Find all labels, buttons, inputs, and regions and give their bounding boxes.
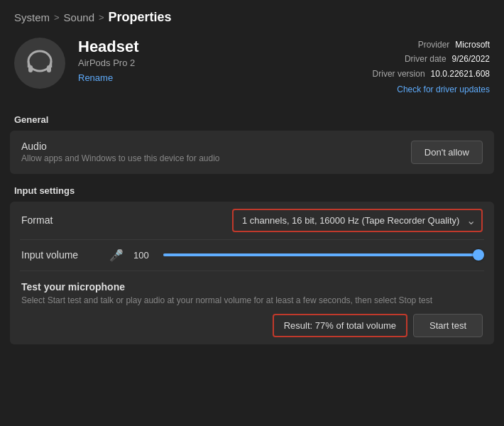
- test-title: Test your microphone: [21, 281, 483, 293]
- volume-slider-fill: [163, 253, 483, 256]
- test-section: Test your microphone Select Start test a…: [10, 271, 494, 344]
- provider-label: Provider: [418, 38, 450, 52]
- device-icon: [14, 38, 65, 89]
- general-title: General: [0, 109, 504, 129]
- result-badge: Result: 77% of total volume: [273, 314, 407, 337]
- volume-number: 100: [133, 250, 153, 261]
- breadcrumb-properties: Properties: [109, 10, 172, 25]
- device-name: Headset: [78, 38, 360, 56]
- device-model: AirPods Pro 2: [78, 58, 360, 68]
- audio-card: Audio Allow apps and Windows to use this…: [10, 131, 494, 174]
- breadcrumb-sep-1: >: [54, 12, 60, 23]
- audio-info: Audio Allow apps and Windows to use this…: [21, 141, 220, 163]
- format-row: Format 1 channels, 16 bit, 16000 Hz (Tap…: [10, 202, 494, 239]
- dont-allow-button[interactable]: Don't allow: [411, 141, 483, 164]
- start-test-button[interactable]: Start test: [413, 314, 483, 337]
- rename-link[interactable]: Rename: [78, 72, 360, 83]
- provider-value: Microsoft: [455, 38, 490, 52]
- volume-label: Input volume: [21, 249, 99, 261]
- device-info: Headset AirPods Pro 2 Rename: [78, 38, 360, 83]
- driver-version-value: 10.0.22621.608: [431, 67, 490, 81]
- input-settings-card: Format 1 channels, 16 bit, 16000 Hz (Tap…: [10, 202, 494, 344]
- volume-row: Input volume 🎤 100: [10, 240, 494, 271]
- breadcrumb-system[interactable]: System: [14, 11, 50, 23]
- volume-slider-thumb: [473, 249, 484, 261]
- mic-icon: 🎤: [109, 248, 124, 262]
- breadcrumb-sep-2: >: [99, 12, 104, 23]
- format-select[interactable]: 1 channels, 16 bit, 16000 Hz (Tape Recor…: [232, 209, 483, 232]
- driver-version-label: Driver version: [373, 67, 425, 81]
- format-select-wrapper[interactable]: 1 channels, 16 bit, 16000 Hz (Tape Recor…: [232, 209, 483, 232]
- format-label: Format: [21, 214, 53, 226]
- audio-desc: Allow apps and Windows to use this devic…: [21, 153, 220, 163]
- audio-label: Audio: [21, 141, 220, 152]
- test-desc: Select Start test and talk or play audio…: [21, 295, 483, 305]
- driver-date-label: Driver date: [405, 52, 447, 66]
- driver-date-value: 9/26/2022: [452, 52, 490, 66]
- driver-info: Provider Microsoft Driver date 9/26/2022…: [373, 38, 490, 97]
- device-header: Headset AirPods Pro 2 Rename Provider Mi…: [0, 32, 504, 109]
- breadcrumb-sound[interactable]: Sound: [64, 11, 94, 23]
- audio-row: Audio Allow apps and Windows to use this…: [10, 131, 494, 174]
- test-controls: Result: 77% of total volume Start test: [21, 314, 483, 337]
- volume-slider-track[interactable]: [163, 253, 483, 256]
- check-driver-link[interactable]: Check for driver updates: [373, 82, 490, 97]
- input-settings-title: Input settings: [0, 177, 504, 200]
- breadcrumb: System > Sound > Properties: [0, 0, 504, 32]
